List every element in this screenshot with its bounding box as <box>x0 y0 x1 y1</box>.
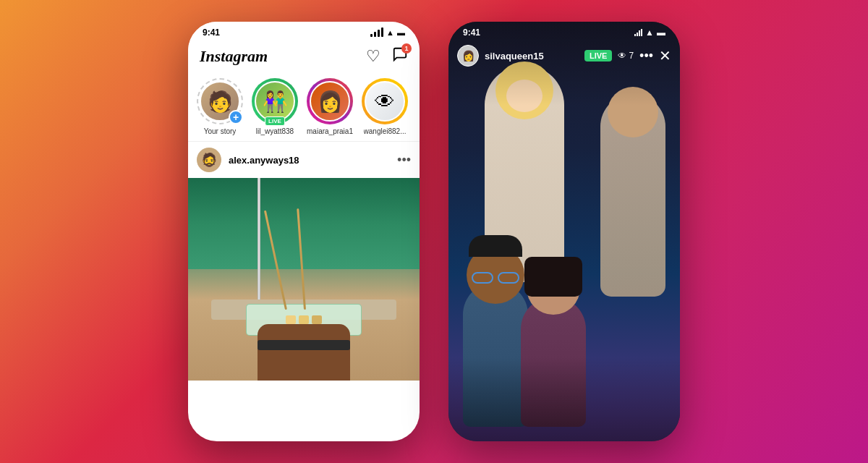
wifi-icon: ▲ <box>386 28 394 37</box>
status-bar-2: 9:41 ▲ ▬ <box>463 27 665 38</box>
wanglei-label: wanglei882... <box>364 127 407 135</box>
live-more-button[interactable]: ••• <box>639 48 653 64</box>
story-lil-wyatt[interactable]: 👫 LIVE lil_wyatt838 <box>252 78 298 135</box>
eye-icon: 👁 <box>618 51 626 61</box>
live-green-badge: LIVE <box>584 50 612 61</box>
battery-icon-2: ▬ <box>657 27 665 38</box>
signal-bars-2 <box>634 29 642 36</box>
heart-icon[interactable]: ♡ <box>366 47 380 66</box>
post-more-button[interactable]: ••• <box>397 153 411 168</box>
post-user-info: 🧔 alex.anyways18 <box>197 148 299 172</box>
viewer-count: 7 <box>629 51 634 61</box>
battery-icon: ▬ <box>397 28 405 37</box>
stories-row: 🧑 + Your story 👫 LIVE lil_wyatt838 <box>188 72 420 142</box>
status-bar-1: 9:41 ▲ ▬ <box>188 22 420 41</box>
maiara-ring: 👩 <box>307 78 353 124</box>
live-viewers: 👁 7 <box>618 51 634 61</box>
your-story-label: Your story <box>204 127 237 135</box>
post-image <box>188 178 420 381</box>
messenger-badge: 1 <box>401 43 412 54</box>
phone-1: 9:41 ▲ ▬ Instagram ♡ 1 <box>188 22 420 441</box>
instagram-logo: Instagram <box>200 47 268 66</box>
messenger-icon[interactable]: 1 <box>392 46 408 67</box>
live-user-avatar: 👩 <box>457 45 479 67</box>
wanglei-avatar-wrap: 👁 <box>362 78 408 124</box>
live-username: silvaqueen15 <box>485 51 579 61</box>
phone-2: 👩 silvaqueen15 LIVE 👁 7 ••• ✕ 9:41 ▲ <box>448 22 680 441</box>
time-1: 9:41 <box>203 27 220 38</box>
lil-wyatt-label: lil_wyatt838 <box>256 127 294 135</box>
maiara-label: maiara_praia1 <box>307 127 353 135</box>
wanglei-ring: 👁 <box>362 78 408 124</box>
feed-post: 🧔 alex.anyways18 ••• <box>188 142 420 381</box>
story-wanglei[interactable]: 👁 wanglei882... <box>362 78 408 135</box>
live-video-background <box>448 22 680 441</box>
maiara-avatar-wrap: 👩 <box>307 78 353 124</box>
time-2: 9:41 <box>463 27 480 38</box>
your-story-avatar-wrap: 🧑 + <box>197 78 243 124</box>
lil-wyatt-avatar-wrap: 👫 LIVE <box>252 78 298 124</box>
live-content: 👩 silvaqueen15 LIVE 👁 7 ••• ✕ 9:41 ▲ <box>448 22 680 441</box>
wifi-icon-2: ▲ <box>645 27 654 38</box>
add-story-button[interactable]: + <box>229 110 243 124</box>
story-maiara[interactable]: 👩 maiara_praia1 <box>307 78 353 135</box>
live-badge-lil-wyatt: LIVE <box>265 116 285 126</box>
status-icons-1: ▲ ▬ <box>370 28 405 37</box>
header-icons: ♡ 1 <box>366 46 408 67</box>
live-close-button[interactable]: ✕ <box>659 47 671 64</box>
sushi-background <box>188 178 420 381</box>
post-header: 🧔 alex.anyways18 ••• <box>188 142 420 178</box>
post-username: alex.anyways18 <box>229 155 299 166</box>
signal-icon <box>370 28 383 37</box>
post-user-avatar: 🧔 <box>197 148 221 172</box>
story-your-story[interactable]: 🧑 + Your story <box>197 78 243 135</box>
app-header: Instagram ♡ 1 <box>188 41 420 72</box>
